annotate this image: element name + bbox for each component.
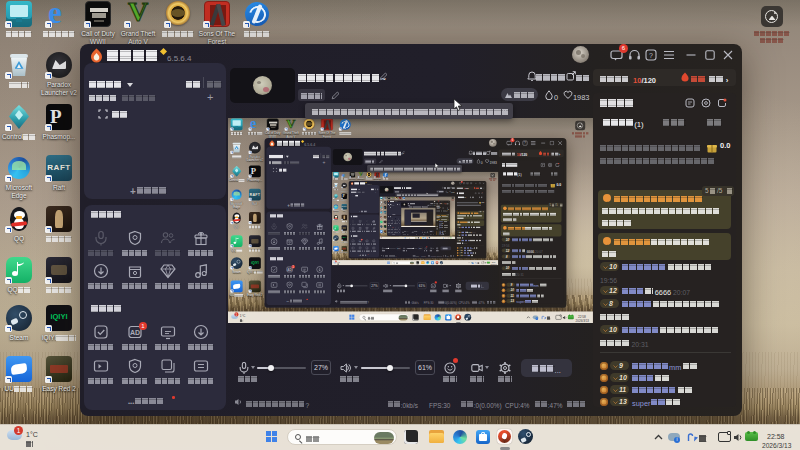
svg-text:AD: AD [130, 329, 140, 336]
svg-text:?: ? [649, 52, 653, 59]
svg-text:?: ? [467, 183, 468, 184]
svg-text:?: ? [524, 141, 526, 145]
